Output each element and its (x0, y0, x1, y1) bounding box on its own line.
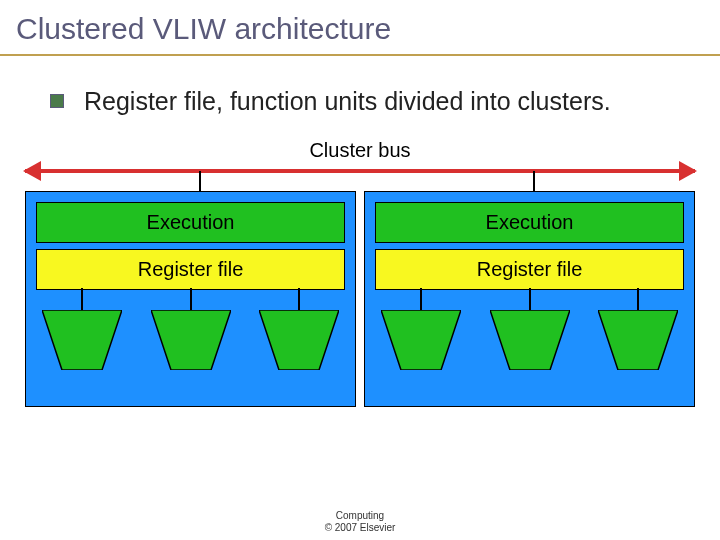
trapezoid-icon (490, 310, 570, 370)
bus-connector-left (199, 171, 201, 193)
footer-line1: Computing (325, 510, 396, 522)
function-unit-row (36, 310, 345, 370)
svg-marker-3 (381, 310, 461, 370)
connector (420, 288, 422, 310)
trapezoid-icon (598, 310, 678, 370)
diagram: Cluster bus Execution Register file (25, 137, 695, 427)
trapezoid-icon (151, 310, 231, 370)
execution-block: Execution (36, 202, 345, 243)
register-file-block: Register file (36, 249, 345, 290)
function-unit-row (375, 310, 684, 370)
bullet-item: Register file, function units divided in… (0, 76, 720, 137)
svg-marker-4 (490, 310, 570, 370)
function-unit (381, 310, 461, 370)
cluster-1: Execution Register file (364, 191, 695, 407)
function-unit (598, 310, 678, 370)
svg-marker-5 (598, 310, 678, 370)
trapezoid-icon (259, 310, 339, 370)
connector (298, 288, 300, 310)
function-unit (42, 310, 122, 370)
function-unit (151, 310, 231, 370)
register-file-block: Register file (375, 249, 684, 290)
function-unit (490, 310, 570, 370)
execution-block: Execution (375, 202, 684, 243)
cluster-row: Execution Register file Execution Reg (25, 191, 695, 407)
bullet-text: Register file, function units divided in… (84, 86, 611, 117)
connector (637, 288, 639, 310)
svg-marker-1 (151, 310, 231, 370)
connector (81, 288, 83, 310)
bullet-icon (50, 94, 64, 108)
title-bar: Clustered VLIW architecture (0, 0, 720, 56)
svg-marker-2 (259, 310, 339, 370)
footer: Computing © 2007 Elsevier (325, 510, 396, 534)
function-unit (259, 310, 339, 370)
cluster-0: Execution Register file (25, 191, 356, 407)
svg-marker-0 (42, 310, 122, 370)
trapezoid-icon (381, 310, 461, 370)
page-title: Clustered VLIW architecture (16, 12, 704, 46)
bus-connector-right (533, 171, 535, 193)
footer-line2: © 2007 Elsevier (325, 522, 396, 534)
cluster-bus-label: Cluster bus (309, 139, 410, 162)
connector (190, 288, 192, 310)
cluster-bus-arrow (25, 169, 695, 173)
connector (529, 288, 531, 310)
trapezoid-icon (42, 310, 122, 370)
